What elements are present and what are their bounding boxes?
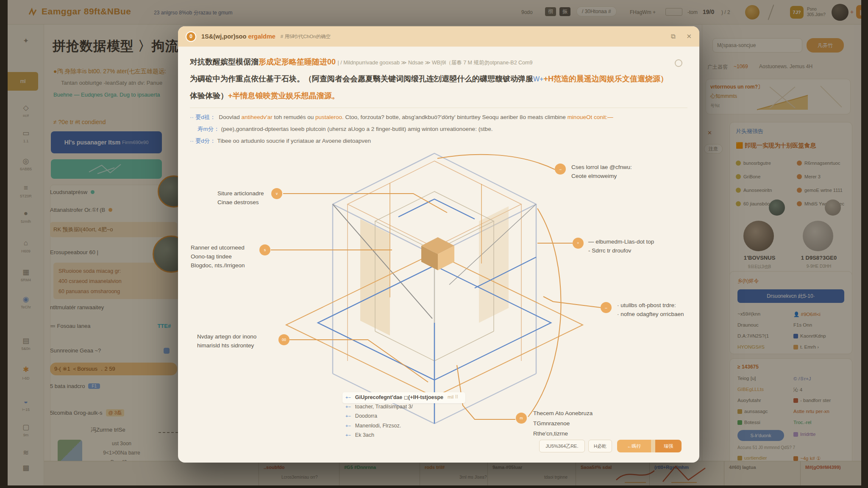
axis-row[interactable]: +−GiUprecofegnt'dae ◻(+IH-tstjoespemil ⠿ [345, 394, 458, 400]
axis-row[interactable]: +−Ek 3ach [345, 432, 374, 438]
detail-modal: 0 1S&(wj,por)soo ergaldme # 用5时/代ChOn的确空… [178, 26, 699, 463]
radio-circle-icon[interactable] [675, 59, 682, 67]
modal-paragraph-2: 为碉砬中为作重点依仕基于石块。（阿查阅者会会愿夏翳关键词阅缎孔连刉遐曌什么的礴愳… [190, 74, 668, 84]
plus-minus-icon: +− [345, 423, 351, 428]
modal-subtitle: # 用5时/代ChOn的确空 [281, 33, 331, 40]
plus-minus-icon: +− [345, 433, 351, 438]
bullet-3: ·· 要d分： Tibee oo artudunlo soucrie if yc… [190, 137, 371, 145]
callout-marker-7[interactable]: m [516, 413, 527, 424]
callout-label-7: Thecem Ato AonebruzaTGmnrazenoeRthe'cn,t… [533, 408, 618, 439]
modal-paragraph-3: 体验体验）+半情息锒映赏业娱乐想晶溜源。 [190, 91, 339, 101]
cancel-button[interactable]: H必乾 [588, 440, 612, 452]
axis-row[interactable]: +−Manenlodi, Flrzsoz. [345, 423, 401, 429]
axis-row[interactable]: +−toacher, Tradilsimpaat 3/ [345, 404, 413, 410]
callout-label-6: · utullbs oft-pbost trdre:· nofne odagft… [617, 301, 698, 319]
bullet-2: 寿m分： (pee),gonantirod-dpteertas loeeb pl… [198, 125, 492, 133]
copy-icon[interactable]: ⧉ [671, 33, 676, 40]
bullet-1: ·· 要d祖： Doovlad antiheedv'ar toh remudés… [190, 114, 613, 121]
notify-button[interactable]: JU5%364乙RE. [539, 440, 585, 452]
callout-label-5: — elbumedm-Llas-dot top- Sdrrc tr droufo… [588, 237, 682, 255]
modal-paragraph-1: 对抗数醒嫔型模倨溜形成定形略笙睡随进00 | / Mildnpurrivade … [190, 57, 532, 67]
callout-marker-3[interactable]: 00 [278, 334, 289, 345]
callout-label-3: Nvday artegn dor inonohimarisld hts sidr… [197, 332, 278, 350]
confirm-button[interactable]: 瑞强 [655, 440, 682, 452]
axis-row[interactable]: +−Doodorra [345, 413, 377, 419]
modal-title: 1S&(wj,por)soo ergaldme [201, 33, 275, 40]
callout-marker-2[interactable]: s [259, 244, 270, 255]
step-badge: 0 [186, 31, 196, 42]
callout-marker-6[interactable]: ↔ [601, 302, 612, 313]
divider [190, 108, 687, 108]
callout-label-2: Ranner ed utcorneedOono-tag tindeeBlogdo… [191, 243, 259, 270]
callout-marker-4[interactable]: → [555, 164, 566, 175]
modal-header: 0 1S&(wj,por)soo ergaldme # 用5时/代ChOn的确空… [178, 26, 699, 47]
callout-marker-1[interactable]: v [271, 188, 282, 199]
callout-label-1: Siture articlonadreCinae destroses [217, 189, 273, 207]
plus-minus-icon: +− [345, 395, 351, 400]
plus-minus-icon: +− [345, 404, 351, 409]
desktop: Eamggar 89ft&NBue 23 anlgrso 8%ob 分razau… [0, 0, 868, 488]
plus-minus-icon: +− [345, 413, 351, 419]
callout-marker-5[interactable]: + [573, 238, 584, 249]
callout-label-4: Cses lorrol lae @cfnwu:Ceote elmoweimy [571, 163, 665, 180]
button-divider [651, 440, 655, 452]
close-icon[interactable]: ✕ [686, 33, 692, 40]
secondary-confirm-button[interactable]: ←嗎行 [617, 440, 651, 452]
